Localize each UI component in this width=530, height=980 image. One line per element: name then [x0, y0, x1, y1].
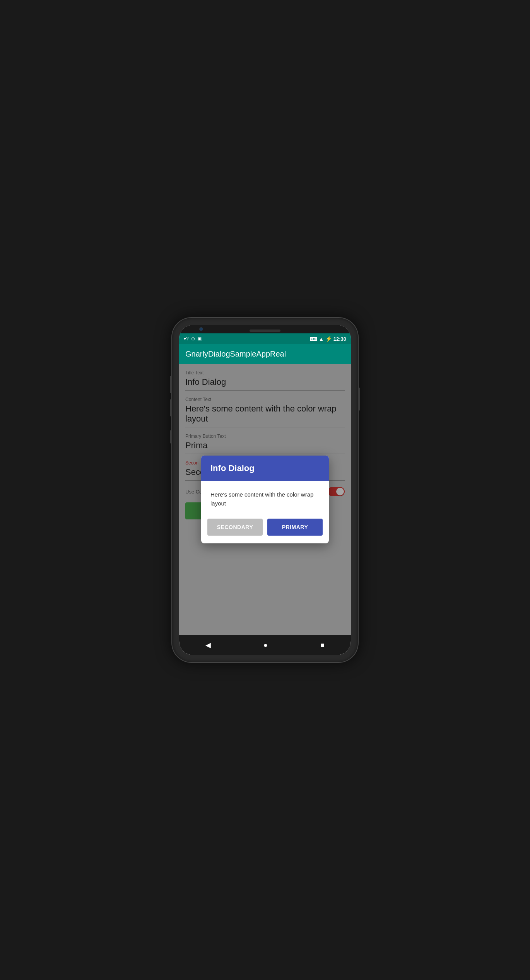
phone-frame: ▾? ⊙ ▣ LTE ▲ ⚡ 12:30 GnarlyDialogSampleA… — [172, 318, 358, 662]
wifi-icon: ▾? — [184, 336, 189, 341]
app-title: GnarlyDialogSampleAppReal — [185, 350, 286, 358]
dialog-title: Info Dialog — [210, 463, 255, 473]
dialog-content-text: Here's some content with the color wrap … — [210, 491, 313, 507]
status-left-icons: ▾? ⊙ ▣ — [184, 336, 202, 341]
phone-screen: ▾? ⊙ ▣ LTE ▲ ⚡ 12:30 GnarlyDialogSampleA… — [179, 325, 351, 655]
status-right-icons: LTE ▲ ⚡ 12:30 — [310, 336, 346, 342]
dialog-actions: SECONDARY PRIMARY — [201, 514, 329, 543]
battery-icon: ⚡ — [325, 336, 332, 342]
lte-badge: LTE — [310, 337, 317, 341]
volume-down-button[interactable] — [170, 399, 172, 417]
left-power-button[interactable] — [170, 430, 172, 444]
main-content: Title Text Info Dialog Content Text Here… — [179, 364, 351, 635]
front-camera — [199, 327, 203, 331]
clock: 12:30 — [333, 336, 346, 342]
volume-up-button[interactable] — [170, 376, 172, 393]
nfc-icon: ▣ — [197, 336, 202, 341]
dialog-overlay: Info Dialog Here's some content with the… — [179, 364, 351, 635]
back-button[interactable]: ◀ — [205, 641, 211, 649]
speaker — [250, 330, 280, 332]
phone-top-bar — [179, 325, 351, 333]
dialog-header: Info Dialog — [201, 456, 329, 481]
recents-button[interactable]: ■ — [320, 641, 325, 649]
radio-icon: ⊙ — [191, 336, 195, 341]
dialog-body: Here's some content with the color wrap … — [201, 481, 329, 514]
app-toolbar: GnarlyDialogSampleAppReal — [179, 344, 351, 364]
signal-icon: ▲ — [319, 336, 324, 342]
status-bar: ▾? ⊙ ▣ LTE ▲ ⚡ 12:30 — [179, 333, 351, 344]
dialog-secondary-button[interactable]: SECONDARY — [207, 519, 263, 536]
bottom-nav: ◀ ● ■ — [179, 635, 351, 655]
info-dialog: Info Dialog Here's some content with the… — [201, 456, 329, 543]
dialog-primary-button[interactable]: PRIMARY — [267, 519, 323, 536]
home-button[interactable]: ● — [263, 641, 268, 649]
power-button[interactable] — [358, 388, 360, 411]
